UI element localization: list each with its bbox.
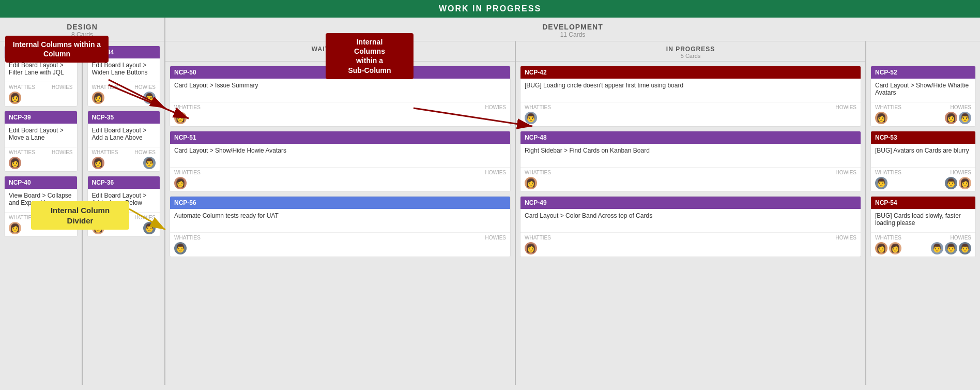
card-ncp50-footer: WHATTIES 👩 HOWIES [170,102,510,126]
card-ncp53-id: NCP-53 [871,131,975,144]
card-ncp54-footer: WHATTIES 👩 👩 HOWIES 👨 [871,232,975,257]
card-ncp36-body: Edit Board Layout > Add a Lane Below [88,189,160,212]
development-col-count: 11 Cards [165,31,980,38]
card-ncp53: NCP-53 [BUG] Avatars on Cards are blurry… [870,131,976,192]
card-ncp56-body: Automate Column tests ready for UAT [170,209,510,232]
card-ncp36-id: NCP-36 [88,176,160,189]
card-ncp50: NCP-50 Card Layout > Issue Summary WHATT… [170,66,511,127]
card-ncp42-footer: WHATTIES 👨 HOWIES [520,102,861,126]
whatties-label: WHATTIES [525,170,551,175]
card-ncp38-id: NCP-38 [5,46,77,58]
whatties-label: WHATTIES [92,149,118,155]
card-ncp35-id: NCP-35 [88,111,160,124]
card-ncp52: NCP-52 Card Layout > Show/Hide Whattie A… [870,66,976,127]
card-ncp54-id: NCP-54 [871,197,975,209]
avatar: 👩 [889,242,901,254]
waiting-queue-col: WAITING QUEUE 6 Cards NCP-50 Card Layout… [165,41,516,385]
card-ncp50-body: Card Layout > Issue Summary [170,79,510,102]
card-ncp39: NCP-39 Edit Board Layout > Move a Lane W… [4,111,78,172]
design-col-count: 8 Cards [0,31,164,38]
avatar: 👨 [945,177,957,189]
howies-label: HOWIES [52,84,73,90]
card-ncp54: NCP-54 [BUG] Cards load slowly, faster l… [870,196,976,257]
card-ncp48-footer: WHATTIES 👩 HOWIES [520,167,861,191]
card-ncp53-body: [BUG] Avatars on Cards are blurry [871,144,975,167]
whatties-label: WHATTIES [9,149,35,155]
card-ncp39-body: Edit Board Layout > Move a Lane [5,124,77,147]
card-ncp38: NCP-38 Edit Board Layout > Filter Lane w… [4,46,78,107]
card-ncp34: NCP-34 Edit Board Layout > Widen Lane Bu… [87,46,161,107]
howies-label: HOWIES [835,170,856,175]
avatar: 👩 [525,177,537,189]
avatar: 👨 [143,92,156,104]
card-ncp52-id: NCP-52 [871,66,975,79]
in-progress-right-col: IN PROGRESS 5 Cards NCP-52 Card Layout >… [866,41,980,385]
avatar: 👨 [945,242,957,254]
avatar: 👩 [9,157,21,169]
whatties-label: WHATTIES [9,84,35,90]
avatar: 👩 [92,92,104,104]
whatties-label: WHATTIES [92,215,118,220]
waiting-queue-title: WAITING QUEUE [165,46,515,53]
card-ncp34-body: Edit Board Layout > Widen Lane Buttons [88,58,160,82]
design-col-title: DESIGN [0,23,164,31]
development-col-header: DEVELOPMENT 11 Cards [165,18,980,41]
board-header: WORK IN PROGRESS [0,0,980,18]
card-ncp48: NCP-48 Right Sidebar > Find Cards on Kan… [520,131,861,192]
development-column: DEVELOPMENT 11 Cards WAITING QUEUE 6 Car… [165,18,980,385]
avatar: 👨 [875,177,887,189]
howies-label: HOWIES [950,104,971,110]
card-ncp38-body: Edit Board Layout > Filter Lane with JQL [5,58,77,82]
howies-label: HOWIES [52,215,73,220]
card-ncp52-body: Card Layout > Show/Hide Whattie Avatars [871,79,975,102]
card-ncp51-body: Card Layout > Show/Hide Howie Avatars [170,144,510,167]
whatties-label: WHATTIES [525,235,551,241]
whatties-label: WHATTIES [525,104,551,110]
avatar: 👨 [174,242,187,254]
avatar: 👩 [9,92,21,104]
howies-label: HOWIES [485,104,506,110]
card-ncp40: NCP-40 View Board > Collapse and Expand … [4,176,78,237]
card-ncp42-body: [BUG] Loading circle doesn't appear firs… [520,79,861,102]
howies-label: HOWIES [134,84,156,90]
howies-label: HOWIES [835,104,856,110]
design-sub-col-2: NCP-34 Edit Board Layout > Widen Lane Bu… [83,41,165,385]
whatties-label: WHATTIES [174,170,201,175]
board-columns: DESIGN 8 Cards NCP-38 Edit Board Layout … [0,18,980,385]
card-ncp40-id: NCP-40 [5,176,77,189]
in-progress-header: IN PROGRESS 5 Cards [516,41,865,62]
howies-label: HOWIES [950,235,971,241]
in-progress-count: 5 Cards [516,53,865,59]
card-ncp42-id: NCP-42 [520,66,861,79]
avatar: 👨 [931,242,943,254]
avatar: 👩 [945,112,957,124]
card-ncp35: NCP-35 Edit Board Layout > Add a Lane Ab… [87,111,161,172]
card-ncp52-footer: WHATTIES 👩 HOWIES 👩 👨 [871,102,975,126]
avatar: 👩 [9,222,21,234]
in-progress-right-cards: NCP-52 Card Layout > Show/Hide Whattie A… [866,62,980,385]
avatar: 👨 [959,242,971,254]
card-ncp51-id: NCP-51 [170,131,510,144]
whatties-label: WHATTIES [9,215,35,220]
avatar: 👩 [174,177,187,189]
card-ncp49-id: NCP-49 [520,197,861,209]
card-ncp49: NCP-49 Card Layout > Color Band Across t… [520,196,861,257]
card-ncp36: NCP-36 Edit Board Layout > Add a Lane Be… [87,176,161,237]
card-ncp42: NCP-42 [BUG] Loading circle doesn't appe… [520,66,861,127]
avatar: 👩 [875,112,887,124]
card-ncp54-body: [BUG] Cards load slowly, faster loading … [871,209,975,232]
avatar: 👨 [959,112,971,124]
card-ncp48-body: Right Sidebar > Find Cards on Kanban Boa… [520,144,861,167]
card-ncp40-body: View Board > Collapse and Expand Lanes [5,189,77,212]
development-col-title: DEVELOPMENT [165,23,980,31]
avatar: 👩 [525,242,537,254]
avatar: 👩 [174,112,187,124]
design-sub-col-1: NCP-38 Edit Board Layout > Filter Lane w… [0,41,83,385]
card-ncp49-body: Card Layout > Color Band Across top of C… [520,209,861,232]
design-column: DESIGN 8 Cards NCP-38 Edit Board Layout … [0,18,165,385]
in-progress-title: IN PROGRESS [516,46,865,53]
howies-label: HOWIES [134,215,156,220]
card-ncp51-footer: WHATTIES 👩 HOWIES [170,167,510,191]
card-ncp34-footer: WHATTIES 👩 HOWIES 👨 [88,82,160,106]
waiting-queue-cards: NCP-50 Card Layout > Issue Summary WHATT… [165,62,515,385]
